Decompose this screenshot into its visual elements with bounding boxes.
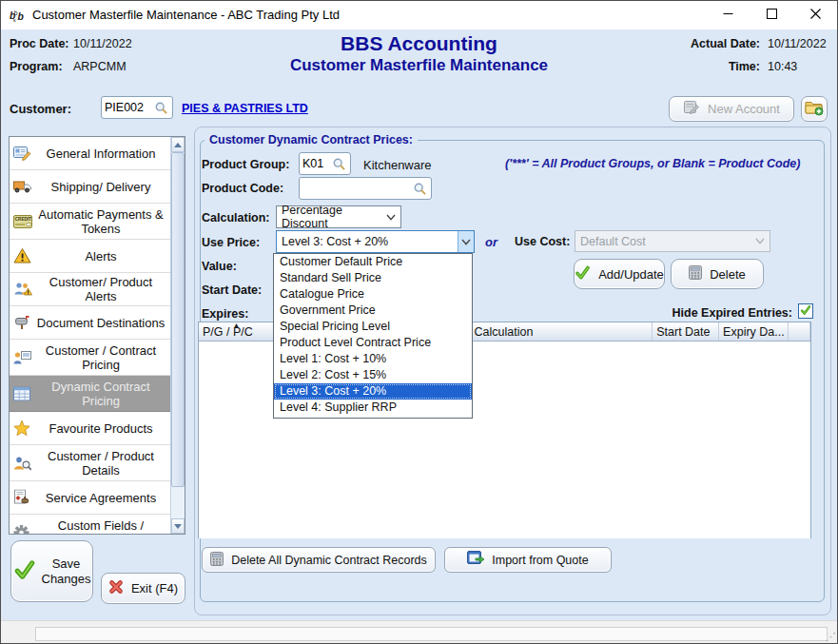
sidebar-item-alerts[interactable]: Alerts — [10, 240, 171, 273]
customer-contract-pricing-icon — [13, 350, 31, 365]
new-account-form-icon — [683, 100, 700, 118]
use-price-option-customer-default-price[interactable]: Customer Default Price — [274, 254, 472, 270]
sidebar-item-document-destinations[interactable]: Document Destinations — [10, 306, 171, 340]
customer-label: Customer: — [10, 102, 71, 116]
save-changes-button[interactable]: Save Changes — [10, 540, 93, 602]
search-icon[interactable] — [152, 101, 170, 115]
start-date-label: Start Date: — [202, 283, 262, 297]
product-code-lookup — [299, 177, 432, 200]
product-group-note: ('***' = All Product Groups, or Blank = … — [505, 157, 800, 170]
new-account-button[interactable]: New Account — [669, 96, 794, 122]
sidebar-list: General Information Shipping/ Delivery C… — [10, 137, 171, 535]
use-cost-select[interactable]: Default Cost — [575, 230, 770, 252]
product-code-search-icon[interactable] — [411, 182, 429, 196]
use-price-option-level-2-cost-15[interactable]: Level 2: Cost + 15% — [274, 367, 472, 383]
use-price-dropdown-button[interactable] — [458, 231, 474, 252]
check-icon — [575, 264, 591, 283]
product-group-label: Product Group: — [202, 158, 289, 171]
shipping-delivery-icon — [13, 180, 32, 194]
window-title: Customer Masterfile Maintenance - ABC Tr… — [32, 8, 340, 22]
value-label: Value: — [202, 260, 237, 273]
use-price-option-product-level-contract-price[interactable]: Product Level Contract Price — [274, 335, 472, 351]
sidebar-item-dynamic-contract-pricing[interactable]: Dynamic Contract Pricing — [10, 376, 171, 412]
sidebar-item-shipping-delivery[interactable]: Shipping/ Delivery — [10, 170, 171, 204]
sidebar-item-custom-fields-attributes[interactable]: Custom Fields / Attributes — [10, 515, 171, 535]
delete-button[interactable]: Delete — [671, 259, 764, 289]
sidebar-item-label: Customer / Product Details — [32, 449, 169, 478]
sidebar-item-label: Custom Fields / Attributes — [32, 518, 169, 536]
use-price-value: Level 3: Cost + 20% — [282, 235, 388, 248]
general-information-icon — [13, 146, 31, 161]
use-price-option-standard-sell-price[interactable]: Standard Sell Price — [274, 270, 472, 286]
hide-expired-label: Hide Expired Entries: — [600, 306, 792, 320]
chevron-down-icon — [461, 235, 471, 248]
service-agreements-icon — [13, 490, 29, 506]
add-update-button[interactable]: Add/Update — [574, 259, 665, 289]
product-group-search-icon[interactable] — [330, 157, 348, 171]
sidebar-scrollbar[interactable] — [170, 137, 185, 534]
favourite-products-icon — [13, 420, 30, 437]
import-from-quote-button[interactable]: Import from Quote — [444, 547, 612, 573]
customer-name-link[interactable]: PIES & PASTRIES LTD — [182, 102, 308, 115]
sidebar-item-customer-product-alerts[interactable]: Customer/ Product Alerts — [10, 273, 171, 306]
red-x-icon — [108, 579, 124, 597]
sidebar-item-label: General Information — [47, 146, 156, 161]
scrollbar-thumb[interactable] — [171, 152, 185, 487]
option-label: Product Level Contract Price — [280, 336, 431, 349]
app-logo-icon: bbsb — [10, 8, 26, 26]
table-column-header[interactable]: ▲ — [789, 322, 810, 341]
time-value: 10:43 — [768, 60, 797, 73]
table-column-header-expiry-da[interactable]: ▲ Expiry Da... — [719, 322, 789, 341]
resize-grip-icon[interactable]: ⋰ — [826, 631, 836, 643]
delete-all-records-button[interactable]: Delete All Dynamic Contract Records — [202, 547, 436, 573]
groupbox-title: Customer Dynamic Contract Prices: — [205, 133, 418, 146]
customer-code-input[interactable] — [102, 101, 152, 114]
scroll-up-button[interactable] — [171, 137, 185, 152]
import-quote-label: Import from Quote — [492, 554, 588, 567]
sidebar-item-automatic-payments-tokens[interactable]: CREDIT Automatic Payments & Tokens — [10, 204, 171, 240]
sidebar-item-label: Automatic Payments & Tokens — [32, 207, 169, 236]
sidebar-item-label: Customer/ Product Alerts — [32, 275, 169, 303]
customer-lookup — [101, 96, 173, 119]
open-folder-button[interactable] — [801, 96, 828, 122]
exit-button[interactable]: Exit (F4) — [101, 573, 185, 604]
title-bar: bbsb Customer Masterfile Maintenance - A… — [1, 1, 837, 29]
use-price-option-catalogue-price[interactable]: Catalogue Price — [274, 286, 472, 302]
use-price-option-government-price[interactable]: Government Price — [274, 302, 472, 319]
use-price-option-level-3-cost-20[interactable]: Level 3: Cost + 20% — [274, 383, 472, 400]
option-label: Customer Default Price — [280, 255, 402, 268]
sidebar-item-favourite-products[interactable]: Favourite Products — [10, 412, 171, 445]
minimize-button[interactable] — [706, 1, 750, 29]
product-group-lookup — [299, 152, 351, 175]
use-price-option-special-pricing-level[interactable]: Special Pricing Level — [274, 319, 472, 335]
sidebar-item-label: Shipping/ Delivery — [51, 180, 151, 194]
maximize-icon — [767, 9, 777, 22]
use-price-select[interactable]: Level 3: Cost + 20% — [276, 230, 475, 253]
hide-expired-checkbox[interactable] — [798, 303, 813, 319]
table-column-header-calculation[interactable]: ▲ Calculation — [471, 322, 653, 341]
svg-text:CREDIT: CREDIT — [15, 217, 31, 222]
sidebar-item-customer-product-details[interactable]: Customer / Product Details — [10, 445, 171, 481]
sidebar-item-service-agreements[interactable]: Service Agreements — [10, 481, 171, 515]
chevron-down-icon — [755, 238, 765, 244]
product-code-input[interactable] — [300, 182, 411, 195]
close-button[interactable] — [793, 1, 837, 29]
use-price-option-level-1-cost-10[interactable]: Level 1: Cost + 10% — [274, 351, 472, 367]
svg-text:s: s — [13, 17, 16, 23]
table-column-header-start-date[interactable]: ▲ Start Date — [653, 322, 719, 341]
column-label: Expiry Da... — [723, 325, 785, 339]
sort-ascending-icon: ▲ — [233, 322, 240, 328]
use-price-option-level-4-supplier-rrp[interactable]: Level 4: Supplier RRP — [274, 400, 472, 416]
folder-plus-icon — [805, 99, 824, 119]
sidebar-item-general-information[interactable]: General Information — [10, 137, 171, 170]
custom-fields-icon — [13, 524, 29, 535]
calculation-select[interactable]: Percentage Discount — [276, 205, 401, 228]
minimize-icon — [723, 9, 733, 22]
maximize-button[interactable] — [750, 1, 793, 29]
chevron-down-icon — [386, 214, 396, 221]
product-group-input[interactable] — [300, 157, 330, 170]
svg-text:b: b — [18, 11, 25, 22]
sidebar-item-customer-contract-pricing[interactable]: Customer / Contract Pricing — [10, 340, 171, 376]
scroll-down-button[interactable] — [171, 518, 185, 534]
calculation-value: Percentage Discount — [282, 204, 386, 230]
